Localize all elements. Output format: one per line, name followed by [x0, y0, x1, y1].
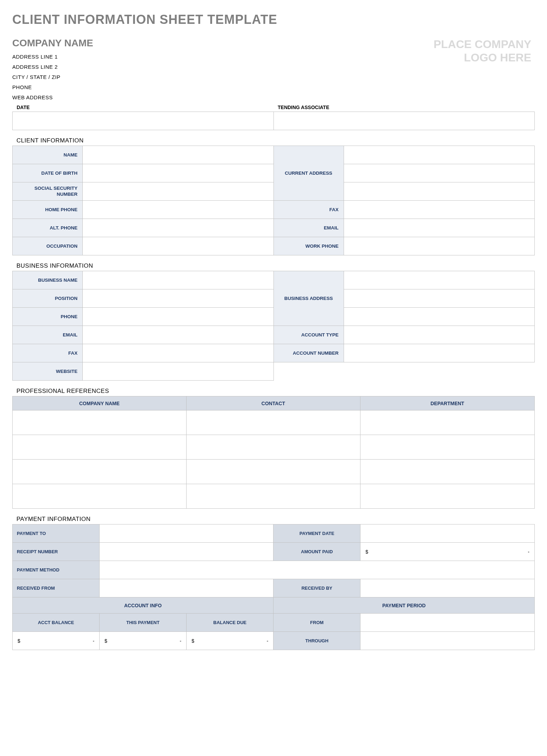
fax-label: FAX	[274, 201, 344, 219]
company-address-1: ADDRESS LINE 1	[12, 54, 93, 60]
amount-dash: -	[180, 638, 181, 644]
acct-balance-input[interactable]: $-	[13, 632, 100, 650]
payment-date-input[interactable]	[360, 524, 535, 543]
ref-row-1-contact[interactable]	[186, 410, 360, 435]
ref-row-4-contact[interactable]	[186, 484, 360, 509]
received-by-label: RECEIVED BY	[274, 579, 360, 597]
biz-email-input[interactable]	[83, 326, 274, 344]
business-address-input-1[interactable]	[344, 271, 535, 289]
payment-to-label: PAYMENT TO	[13, 524, 100, 543]
amount-dash: -	[267, 638, 269, 644]
account-number-input[interactable]	[344, 344, 535, 362]
home-phone-label: HOME PHONE	[13, 201, 83, 219]
currency-symbol: $	[365, 549, 368, 555]
client-name-label: NAME	[13, 146, 83, 164]
ssn-label-2: NUMBER	[57, 192, 77, 197]
tending-associate-input[interactable]	[274, 112, 535, 130]
acct-balance-label: ACCT BALANCE	[13, 614, 100, 632]
fax-input[interactable]	[344, 201, 535, 219]
page-title: CLIENT INFORMATION SHEET TEMPLATE	[12, 12, 535, 27]
ref-row-4-dept[interactable]	[360, 484, 534, 509]
ref-row-3-dept[interactable]	[360, 460, 534, 484]
email-input[interactable]	[344, 219, 535, 237]
ref-row-3-company[interactable]	[13, 460, 187, 484]
company-phone: PHONE	[12, 84, 93, 90]
biz-phone-input[interactable]	[83, 308, 274, 326]
biz-email-label: EMAIL	[13, 326, 83, 344]
ref-row-2-contact[interactable]	[186, 435, 360, 460]
currency-symbol: $	[191, 638, 194, 644]
company-address-2: ADDRESS LINE 2	[12, 64, 93, 70]
ref-row-2-dept[interactable]	[360, 435, 534, 460]
website-input[interactable]	[83, 362, 274, 381]
business-name-input[interactable]	[83, 271, 274, 289]
received-from-input[interactable]	[100, 579, 274, 597]
ref-row-4-company[interactable]	[13, 484, 187, 509]
references-heading: PROFESSIONAL REFERENCES	[16, 388, 535, 395]
ref-row-1-dept[interactable]	[360, 410, 534, 435]
biz-fax-input[interactable]	[83, 344, 274, 362]
payment-method-label: PAYMENT METHOD	[13, 561, 100, 579]
references-table: COMPANY NAME CONTACT DEPARTMENT	[12, 396, 535, 509]
payment-to-input[interactable]	[100, 524, 274, 543]
company-name: COMPANY NAME	[12, 38, 93, 49]
client-name-input[interactable]	[83, 146, 274, 164]
amount-dash: -	[528, 549, 529, 555]
current-address-input-3[interactable]	[344, 182, 535, 201]
this-payment-input[interactable]: $-	[100, 632, 187, 650]
payment-method-input[interactable]	[100, 561, 535, 579]
alt-phone-input[interactable]	[83, 219, 274, 237]
work-phone-label: WORK PHONE	[274, 237, 344, 255]
biz-fax-label: FAX	[13, 344, 83, 362]
ssn-label-1: SOCIAL SECURITY	[34, 186, 77, 191]
account-type-input[interactable]	[344, 326, 535, 344]
ssn-input[interactable]	[83, 182, 274, 201]
balance-due-input[interactable]: $-	[187, 632, 274, 650]
alt-phone-label: ALT. PHONE	[13, 219, 83, 237]
company-web: WEB ADDRESS	[12, 94, 93, 100]
date-associate-table: DATE TENDING ASSOCIATE	[12, 105, 535, 130]
occupation-label: OCCUPATION	[13, 237, 83, 255]
work-phone-input[interactable]	[344, 237, 535, 255]
ssn-label: SOCIAL SECURITY NUMBER	[13, 182, 83, 201]
payment-info-heading: PAYMENT INFORMATION	[16, 516, 535, 523]
amount-paid-label: AMOUNT PAID	[274, 543, 360, 561]
amount-paid-input[interactable]: $ -	[360, 543, 535, 561]
account-info-header: ACCOUNT INFO	[13, 597, 274, 614]
business-address-label: BUSINESS ADDRESS	[274, 271, 344, 326]
current-address-input-1[interactable]	[344, 146, 535, 164]
date-label: DATE	[13, 105, 274, 112]
account-number-label: ACCOUNT NUMBER	[274, 344, 344, 362]
tending-associate-label: TENDING ASSOCIATE	[274, 105, 535, 112]
dob-input[interactable]	[83, 164, 274, 182]
currency-symbol: $	[104, 638, 107, 644]
ref-row-3-contact[interactable]	[186, 460, 360, 484]
payment-period-header: PAYMENT PERIOD	[274, 597, 535, 614]
from-input[interactable]	[360, 614, 535, 632]
logo-placeholder: PLACE COMPANY LOGO HERE	[433, 38, 535, 65]
dob-label: DATE OF BIRTH	[13, 164, 83, 182]
through-input[interactable]	[360, 632, 535, 650]
occupation-input[interactable]	[83, 237, 274, 255]
business-info-heading: BUSINESS INFORMATION	[16, 262, 535, 269]
received-from-label: RECEIVED FROM	[13, 579, 100, 597]
business-address-input-2[interactable]	[344, 289, 535, 308]
position-input[interactable]	[83, 289, 274, 308]
email-label: EMAIL	[274, 219, 344, 237]
website-label: WEBSITE	[13, 362, 83, 381]
home-phone-input[interactable]	[83, 201, 274, 219]
ref-col-company: COMPANY NAME	[13, 396, 187, 410]
ref-row-2-company[interactable]	[13, 435, 187, 460]
receipt-number-input[interactable]	[100, 543, 274, 561]
payment-date-label: PAYMENT DATE	[274, 524, 360, 543]
account-type-label: ACCOUNT TYPE	[274, 326, 344, 344]
received-by-input[interactable]	[360, 579, 535, 597]
biz-phone-label: PHONE	[13, 308, 83, 326]
date-input[interactable]	[13, 112, 274, 130]
business-address-input-3[interactable]	[344, 308, 535, 326]
business-name-label: BUSINESS NAME	[13, 271, 83, 289]
ref-row-1-company[interactable]	[13, 410, 187, 435]
current-address-input-2[interactable]	[344, 164, 535, 182]
client-info-table: NAME CURRENT ADDRESS DATE OF BIRTH SOCIA…	[12, 146, 535, 255]
empty-cell	[344, 362, 535, 381]
